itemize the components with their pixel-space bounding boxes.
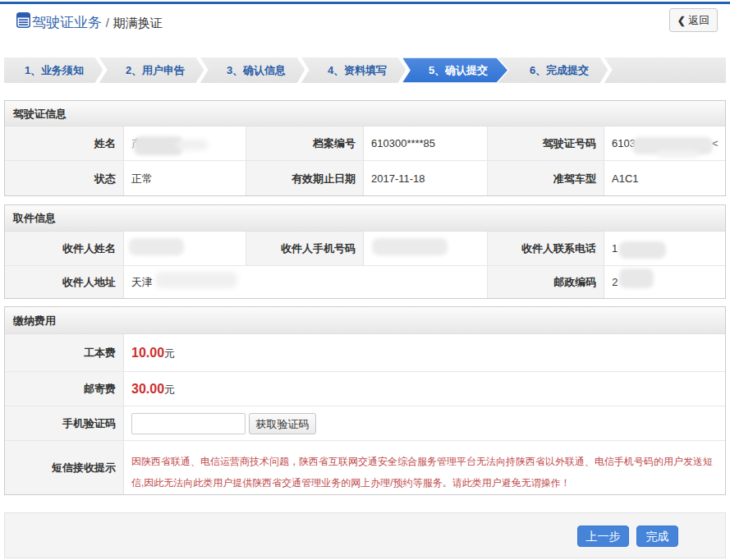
svg-text:2、用户申告: 2、用户申告 [126,64,185,76]
svg-text:1、业务须知: 1、业务须知 [25,64,84,76]
svg-text:3、确认信息: 3、确认信息 [227,64,286,76]
svg-text:4、资料填写: 4、资料填写 [328,64,387,76]
svg-text:6、完成提交: 6、完成提交 [530,64,589,76]
svg-text:5、确认提交: 5、确认提交 [429,64,488,76]
